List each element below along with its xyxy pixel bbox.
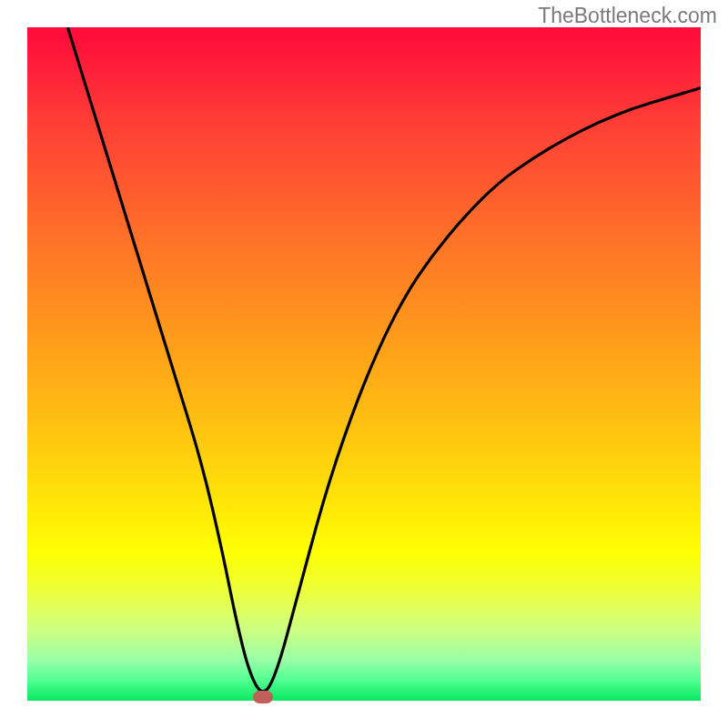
chart-container: TheBottleneck.com [0, 0, 728, 728]
chart-frame [27, 27, 701, 701]
plot-gradient-background [27, 27, 701, 701]
attribution-text: TheBottleneck.com [538, 4, 717, 28]
minimum-marker [253, 691, 273, 703]
